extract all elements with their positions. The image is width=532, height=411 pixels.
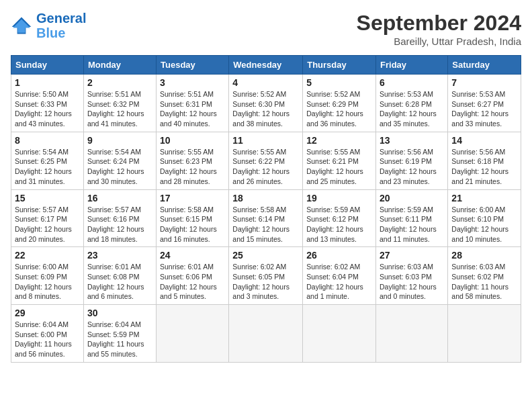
day-cell-20: 20Sunrise: 5:59 AM Sunset: 6:11 PM Dayli… [376,189,448,247]
day-number: 11 [232,135,299,146]
week-row-1: 1Sunrise: 5:50 AM Sunset: 6:33 PM Daylig… [11,75,521,132]
empty-cell [229,305,303,363]
day-cell-6: 6Sunrise: 5:53 AM Sunset: 6:28 PM Daylig… [376,75,448,132]
day-cell-5: 5Sunrise: 5:52 AM Sunset: 6:29 PM Daylig… [303,75,376,132]
weekday-thursday: Thursday [303,56,376,75]
week-row-2: 8Sunrise: 5:54 AM Sunset: 6:25 PM Daylig… [11,132,521,189]
weekday-tuesday: Tuesday [157,56,229,75]
week-row-5: 29Sunrise: 6:04 AM Sunset: 6:00 PM Dayli… [11,305,521,363]
day-info: Sunrise: 6:01 AM Sunset: 6:08 PM Dayligh… [87,262,152,302]
day-cell-21: 21Sunrise: 6:00 AM Sunset: 6:10 PM Dayli… [448,189,521,247]
day-cell-10: 10Sunrise: 5:55 AM Sunset: 6:23 PM Dayli… [157,132,229,189]
day-number: 13 [380,135,444,146]
day-number: 24 [160,250,225,261]
day-cell-26: 26Sunrise: 6:02 AM Sunset: 6:04 PM Dayli… [303,247,376,305]
day-info: Sunrise: 5:54 AM Sunset: 6:24 PM Dayligh… [87,147,152,187]
empty-cell [303,305,376,363]
empty-cell [448,305,521,363]
day-cell-19: 19Sunrise: 5:59 AM Sunset: 6:12 PM Dayli… [303,189,376,247]
day-cell-15: 15Sunrise: 5:57 AM Sunset: 6:17 PM Dayli… [11,189,84,247]
day-info: Sunrise: 6:04 AM Sunset: 6:00 PM Dayligh… [15,320,80,359]
location: Bareilly, Uttar Pradesh, India [357,36,521,47]
day-cell-4: 4Sunrise: 5:52 AM Sunset: 6:30 PM Daylig… [229,75,303,132]
day-number: 28 [451,250,517,261]
day-cell-24: 24Sunrise: 6:01 AM Sunset: 6:06 PM Dayli… [157,247,229,305]
day-cell-8: 8Sunrise: 5:54 AM Sunset: 6:25 PM Daylig… [11,132,84,189]
day-info: Sunrise: 5:55 AM Sunset: 6:22 PM Dayligh… [232,147,299,187]
empty-cell [376,305,448,363]
weekday-saturday: Saturday [448,56,521,75]
day-cell-12: 12Sunrise: 5:55 AM Sunset: 6:21 PM Dayli… [303,132,376,189]
day-info: Sunrise: 5:55 AM Sunset: 6:21 PM Dayligh… [306,147,372,187]
day-cell-11: 11Sunrise: 5:55 AM Sunset: 6:22 PM Dayli… [229,132,303,189]
day-number: 26 [306,250,372,261]
day-info: Sunrise: 5:52 AM Sunset: 6:29 PM Dayligh… [306,89,372,129]
day-cell-22: 22Sunrise: 6:00 AM Sunset: 6:09 PM Dayli… [11,247,84,305]
day-number: 9 [87,135,152,146]
day-info: Sunrise: 5:56 AM Sunset: 6:19 PM Dayligh… [380,147,444,187]
day-number: 27 [380,250,444,261]
day-info: Sunrise: 5:56 AM Sunset: 6:18 PM Dayligh… [451,147,517,187]
weekday-header-row: SundayMondayTuesdayWednesdayThursdayFrid… [11,56,521,75]
day-number: 14 [451,135,517,146]
day-number: 29 [15,308,80,318]
day-number: 5 [306,77,372,88]
day-number: 17 [160,193,225,203]
day-info: Sunrise: 5:50 AM Sunset: 6:33 PM Dayligh… [15,89,80,129]
day-cell-28: 28Sunrise: 6:03 AM Sunset: 6:02 PM Dayli… [448,247,521,305]
day-cell-27: 27Sunrise: 6:03 AM Sunset: 6:03 PM Dayli… [376,247,448,305]
title-block: September 2024 Bareilly, Uttar Pradesh, … [357,11,521,47]
day-info: Sunrise: 5:59 AM Sunset: 6:11 PM Dayligh… [380,205,444,244]
day-info: Sunrise: 6:03 AM Sunset: 6:02 PM Dayligh… [451,262,517,302]
day-number: 4 [232,77,299,88]
day-cell-25: 25Sunrise: 6:02 AM Sunset: 6:05 PM Dayli… [229,247,303,305]
day-info: Sunrise: 5:57 AM Sunset: 6:17 PM Dayligh… [15,205,80,244]
day-info: Sunrise: 5:53 AM Sunset: 6:28 PM Dayligh… [380,89,444,129]
logo-icon [11,16,32,35]
day-cell-29: 29Sunrise: 6:04 AM Sunset: 6:00 PM Dayli… [11,305,84,363]
day-cell-30: 30Sunrise: 6:04 AM Sunset: 5:59 PM Dayli… [83,305,156,363]
calendar-table: SundayMondayTuesdayWednesdayThursdayFrid… [11,55,521,363]
logo-text: General Blue [36,11,86,40]
day-cell-7: 7Sunrise: 5:53 AM Sunset: 6:27 PM Daylig… [448,75,521,132]
day-number: 12 [306,135,372,146]
day-number: 6 [380,77,444,88]
day-info: Sunrise: 6:01 AM Sunset: 6:06 PM Dayligh… [160,262,225,302]
day-info: Sunrise: 5:55 AM Sunset: 6:23 PM Dayligh… [160,147,225,187]
day-cell-3: 3Sunrise: 5:51 AM Sunset: 6:31 PM Daylig… [157,75,229,132]
day-number: 8 [15,135,80,146]
weekday-friday: Friday [376,56,448,75]
month-title: September 2024 [357,11,521,36]
day-info: Sunrise: 5:57 AM Sunset: 6:16 PM Dayligh… [87,205,152,244]
day-number: 22 [15,250,80,261]
day-number: 23 [87,250,152,261]
day-number: 3 [160,77,225,88]
day-cell-16: 16Sunrise: 5:57 AM Sunset: 6:16 PM Dayli… [83,189,156,247]
day-info: Sunrise: 5:58 AM Sunset: 6:15 PM Dayligh… [160,205,225,244]
day-number: 18 [232,193,299,203]
logo: General Blue [11,11,86,40]
day-number: 10 [160,135,225,146]
day-info: Sunrise: 5:52 AM Sunset: 6:30 PM Dayligh… [232,89,299,129]
day-info: Sunrise: 5:53 AM Sunset: 6:27 PM Dayligh… [451,89,517,129]
day-number: 2 [87,77,152,88]
day-info: Sunrise: 6:04 AM Sunset: 5:59 PM Dayligh… [87,320,152,359]
day-cell-9: 9Sunrise: 5:54 AM Sunset: 6:24 PM Daylig… [83,132,156,189]
week-row-3: 15Sunrise: 5:57 AM Sunset: 6:17 PM Dayli… [11,189,521,247]
day-number: 25 [232,250,299,261]
empty-cell [157,305,229,363]
day-cell-17: 17Sunrise: 5:58 AM Sunset: 6:15 PM Dayli… [157,189,229,247]
day-info: Sunrise: 5:51 AM Sunset: 6:31 PM Dayligh… [160,89,225,129]
weekday-monday: Monday [83,56,156,75]
day-info: Sunrise: 6:03 AM Sunset: 6:03 PM Dayligh… [380,262,444,302]
day-info: Sunrise: 5:54 AM Sunset: 6:25 PM Dayligh… [15,147,80,187]
day-cell-18: 18Sunrise: 5:58 AM Sunset: 6:14 PM Dayli… [229,189,303,247]
day-cell-1: 1Sunrise: 5:50 AM Sunset: 6:33 PM Daylig… [11,75,84,132]
day-number: 19 [306,193,372,203]
day-number: 30 [87,308,152,318]
day-info: Sunrise: 6:02 AM Sunset: 6:05 PM Dayligh… [232,262,299,302]
weekday-sunday: Sunday [11,56,84,75]
day-info: Sunrise: 5:58 AM Sunset: 6:14 PM Dayligh… [232,205,299,244]
day-number: 21 [451,193,517,203]
weekday-wednesday: Wednesday [229,56,303,75]
